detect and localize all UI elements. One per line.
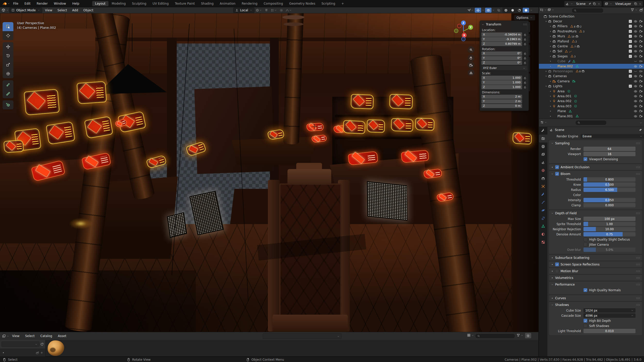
disclosure-down-icon[interactable] (545, 20, 547, 23)
panel-grip[interactable] (636, 284, 640, 286)
workspace-tab-texture-paint[interactable]: Texture Paint (172, 1, 198, 6)
transform-field-scale-y[interactable]: Y1.000 (481, 80, 522, 85)
lock-open-icon[interactable] (523, 52, 527, 55)
panel-header-bloom[interactable]: Bloom (549, 171, 642, 177)
slider-knee[interactable]: 0.500 (583, 182, 635, 187)
lock-open-icon[interactable] (523, 86, 527, 89)
disclosure-right-icon[interactable] (551, 270, 554, 272)
funnel-icon[interactable] (516, 333, 520, 337)
transform-field-dimensions-y[interactable]: Y2 m (481, 99, 522, 104)
exclude-checkbox[interactable] (629, 35, 632, 38)
panel-header-shadows[interactable]: Shadows (549, 302, 642, 308)
checkbox-high-bit-depth[interactable] (583, 319, 587, 323)
editor-properties-icon[interactable] (540, 120, 544, 124)
camera-toggle-icon[interactable] (639, 24, 643, 28)
outliner-row[interactable]: Decor (539, 19, 644, 24)
tool-rotate-button[interactable] (3, 51, 13, 60)
asset-menu-catalog[interactable]: Catalog (38, 334, 55, 338)
outliner-search-input[interactable] (572, 8, 604, 13)
properties-tab-material[interactable] (539, 230, 547, 238)
shading-wireframe-button[interactable] (503, 8, 509, 13)
shading-material-button[interactable] (516, 8, 522, 13)
camera-toggle-icon[interactable] (639, 49, 643, 53)
panel-grip[interactable] (636, 212, 640, 214)
properties-tab-view-layer[interactable] (539, 151, 547, 158)
camera-toggle-icon[interactable] (639, 55, 643, 58)
camera-toggle-icon[interactable] (639, 109, 643, 113)
field-max-size[interactable]: 100 px (583, 217, 635, 221)
outliner-row[interactable]: Plane.002 (539, 64, 644, 69)
panel-grip[interactable] (636, 142, 640, 144)
tool-move-button[interactable] (3, 42, 13, 51)
chevron-down-icon[interactable] (551, 283, 554, 286)
exclude-checkbox[interactable] (629, 30, 632, 33)
disclosure-down-icon[interactable] (545, 85, 547, 87)
new-collection-icon[interactable] (36, 351, 39, 355)
refresh-icon[interactable] (40, 342, 44, 346)
pin-icon[interactable] (639, 128, 642, 132)
asset-menu-asset[interactable]: Asset (55, 334, 69, 338)
disclosure-right-icon[interactable] (549, 110, 552, 112)
outliner-row[interactable]: Sieges3 (539, 54, 644, 59)
xray-toggle[interactable] (495, 8, 502, 13)
properties-tab-particles[interactable] (539, 198, 547, 206)
viewlayer-selector[interactable]: ViewLayer (603, 1, 643, 7)
properties-tab-constraints[interactable] (539, 214, 547, 222)
dropdown-cube-size[interactable]: 1024 px (583, 308, 635, 313)
axis-gizmo[interactable]: ZYX (452, 20, 474, 42)
close-x-icon[interactable] (597, 2, 600, 5)
lock-open-icon[interactable] (523, 38, 527, 41)
transform-field-location-y[interactable]: Y-9.1963 m (481, 37, 522, 41)
funnel-icon[interactable] (631, 8, 634, 12)
outliner-row[interactable]: Centre7 (539, 44, 644, 49)
eye-icon[interactable] (634, 40, 637, 43)
camera-toggle-icon[interactable] (639, 74, 643, 78)
workspace-tab-rendering[interactable]: Rendering (239, 1, 260, 6)
menu-render[interactable]: Render (33, 0, 51, 7)
slider-over-blur[interactable]: 5.0% (583, 248, 635, 252)
workspace-tab-layout[interactable]: Layout (92, 1, 108, 6)
properties-tab-output[interactable] (539, 143, 547, 151)
disclosure-right-icon[interactable] (549, 95, 552, 98)
options-button[interactable]: Options (514, 15, 535, 20)
outliner-row[interactable]: Lights (539, 84, 644, 89)
falloff-button[interactable] (285, 8, 292, 13)
object-visibility-button[interactable] (467, 8, 474, 13)
panel-header-performance[interactable]: Performance (549, 281, 642, 287)
properties-tab-world[interactable] (539, 166, 547, 174)
transform-field-dimensions-z[interactable]: Z0 m (481, 104, 522, 108)
exclude-checkbox[interactable] (629, 25, 632, 28)
camera-toggle-off-icon[interactable] (639, 59, 643, 63)
eye-icon[interactable] (634, 30, 637, 33)
outliner-row[interactable]: Sol (539, 49, 644, 54)
shading-rendered-button[interactable] (523, 8, 529, 13)
snap-target-button[interactable] (270, 8, 277, 13)
panel-grip[interactable] (636, 166, 640, 168)
add-workspace-button[interactable]: + (338, 1, 347, 6)
asset-menu-view[interactable]: View (9, 334, 22, 338)
transform-field-rotation-y[interactable]: Y0° (481, 56, 522, 60)
eye-icon[interactable] (634, 90, 637, 93)
ambient-occlusion-checkbox[interactable] (555, 165, 559, 169)
outliner-row[interactable]: Area.001 (539, 94, 644, 99)
workspace-tab-sculpting[interactable]: Sculpting (129, 1, 149, 6)
slider-denoise-amount[interactable]: 0.75 (583, 232, 635, 236)
eye-closed-icon[interactable] (634, 69, 637, 73)
properties-tab-collection[interactable] (539, 174, 547, 182)
blender-logo-icon[interactable] (3, 1, 7, 6)
transform-field-scale-z[interactable]: Z1.000 (481, 85, 522, 89)
zoom-button[interactable] (468, 46, 474, 53)
disclosure-right-icon[interactable] (545, 70, 547, 73)
eye-icon[interactable] (634, 109, 637, 113)
camera-toggle-icon[interactable] (639, 34, 643, 38)
eye-icon[interactable] (634, 45, 637, 48)
scene-selector[interactable]: Scene (564, 1, 602, 7)
exclude-checkbox[interactable] (629, 75, 632, 78)
menu-file[interactable]: File (10, 0, 21, 7)
disclosure-right-icon[interactable] (549, 65, 552, 68)
camera-view-button[interactable] (468, 61, 474, 68)
outliner-row[interactable]: Murs19 (539, 34, 644, 39)
disclosure-right-icon[interactable] (549, 55, 552, 58)
properties-search-input[interactable] (575, 120, 607, 125)
eye-icon[interactable] (634, 34, 637, 38)
